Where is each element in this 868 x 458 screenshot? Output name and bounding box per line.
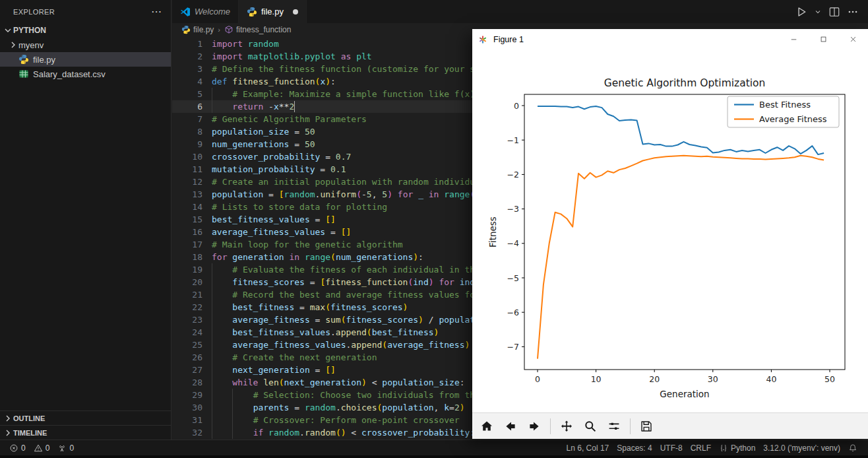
sidebar-item-myenv[interactable]: myenv <box>0 38 171 52</box>
svg-text:−5: −5 <box>507 273 519 283</box>
close-window-button[interactable] <box>838 29 868 49</box>
encoding-indicator[interactable]: UTF-8 <box>656 440 687 455</box>
sidebar-item-python-root[interactable]: PYTHON <box>0 23 171 38</box>
line-number: 24 <box>172 326 202 339</box>
interpreter-indicator-label: 3.12.0 ('myenv': venv) <box>763 443 840 453</box>
figure-canvas[interactable]: Genetic Algorithm Optimization0102030405… <box>472 49 868 412</box>
zoom-toolbar-button[interactable] <box>582 418 598 434</box>
tab-file-py[interactable]: file.py <box>239 0 307 23</box>
figure-window[interactable]: Figure 1 Genetic Algorithm Optimization0… <box>472 29 868 439</box>
line-content: crossover_probability = 0.7 <box>202 150 351 163</box>
chevron-down-icon[interactable] <box>814 6 822 18</box>
indent-guide <box>212 389 212 401</box>
line-col-indicator[interactable]: Ln 6, Col 17 <box>563 440 613 455</box>
vscode-logo-icon <box>180 7 191 17</box>
line-content: next_generation = [] <box>202 364 336 376</box>
svg-text:−7: −7 <box>507 342 519 352</box>
line-content: best_fitness_values = [] <box>202 213 336 226</box>
line-number: 13 <box>172 188 202 201</box>
sidebar-item-file-py[interactable]: file.py <box>0 52 171 67</box>
outline-section-header[interactable]: OUTLINE <box>0 410 171 425</box>
indentation-indicator[interactable]: Spaces: 4 <box>613 440 656 455</box>
configure-toolbar-button[interactable] <box>606 418 622 434</box>
indent-guide <box>212 339 212 351</box>
back-toolbar-button[interactable] <box>503 418 518 434</box>
radio-tower-count: 0 <box>69 443 74 453</box>
line-number: 14 <box>172 201 202 213</box>
line-content: for generation in range(num_generations)… <box>202 251 423 263</box>
file-tree: myenvfile.pySalary_dataset.csv <box>0 38 171 81</box>
indent-spacer <box>8 69 18 79</box>
indent-guide <box>212 276 212 288</box>
indent-guide <box>212 288 212 301</box>
maximize-window-button[interactable] <box>809 29 838 49</box>
line-content: average_fitness_values.append(average_fi… <box>202 339 470 351</box>
radio-tower-status-item[interactable]: 0 <box>53 440 78 455</box>
line-content: # Example: Maximize a simple function li… <box>202 88 511 100</box>
indent-guide <box>232 426 233 439</box>
workspace-root-label: PYTHON <box>13 26 46 35</box>
csv-icon <box>18 69 29 79</box>
line-number: 20 <box>172 276 202 288</box>
modified-indicator-dot[interactable] <box>293 9 298 15</box>
file-label: Salary_dataset.csv <box>33 69 106 79</box>
ellipsis-icon[interactable] <box>847 6 859 18</box>
line-content: while len(next_generation) < population_… <box>202 376 465 389</box>
error-icon <box>9 443 18 453</box>
pan-toolbar-button[interactable] <box>559 418 574 434</box>
python-icon <box>247 7 257 17</box>
indent-spacer <box>8 54 18 65</box>
figure-title-bar[interactable]: Figure 1 <box>472 29 868 49</box>
notifications-bell[interactable] <box>844 440 861 455</box>
line-content: # Create an initial population with rand… <box>202 176 491 188</box>
warning-icon <box>34 443 43 453</box>
line-chart: Genetic Algorithm Optimization0102030405… <box>472 49 868 412</box>
matplotlib-logo-icon <box>478 34 488 45</box>
timeline-section-header[interactable]: TIMELINE <box>0 425 171 440</box>
breadcrumb-label: file.py <box>193 25 214 34</box>
breadcrumb-item-fitness-function[interactable]: fitness_function <box>224 25 291 34</box>
tab-welcome[interactable]: Welcome <box>172 0 239 23</box>
sidebar-item-salary-dataset-csv[interactable]: Salary_dataset.csv <box>0 67 171 81</box>
line-number: 2 <box>172 50 202 63</box>
svg-text:30: 30 <box>708 374 718 384</box>
svg-text:0: 0 <box>535 374 540 384</box>
split-editor-icon[interactable] <box>828 6 840 18</box>
svg-text:Genetic Algorithm Optimization: Genetic Algorithm Optimization <box>604 77 766 89</box>
explorer-more-actions-icon[interactable]: ⋯ <box>150 5 163 18</box>
tab-bar: Welcomefile.py <box>172 0 868 23</box>
breadcrumb-separator: › <box>218 26 220 34</box>
line-number: 11 <box>172 163 202 176</box>
line-content: num_generations = 50 <box>202 138 315 150</box>
line-content: average_fitness_values = [] <box>202 226 351 238</box>
warning-status-item[interactable]: 0 <box>30 440 54 455</box>
error-status-item[interactable]: 0 <box>5 440 30 455</box>
breadcrumb-item-file-py[interactable]: file.py <box>181 25 214 34</box>
language-indicator-label: Python <box>731 443 755 453</box>
svg-text:Average Fitness: Average Fitness <box>759 114 827 124</box>
encoding-indicator-label: UTF-8 <box>660 443 683 453</box>
explorer-sidebar: EXPLORER ⋯ PYTHON myenvfile.pySalary_dat… <box>0 0 171 440</box>
minimize-window-button[interactable] <box>779 29 809 49</box>
eol-indicator[interactable]: CRLF <box>687 440 715 455</box>
run-python-file-button-icon[interactable] <box>795 6 807 18</box>
forward-toolbar-button[interactable] <box>526 418 542 434</box>
line-number: 26 <box>172 351 202 364</box>
error-count: 0 <box>21 443 26 453</box>
line-content: import matplotlib.pyplot as plt <box>202 50 372 63</box>
home-toolbar-button[interactable] <box>479 418 495 434</box>
svg-text:40: 40 <box>766 374 776 384</box>
line-number: 17 <box>172 238 202 251</box>
interpreter-indicator[interactable]: 3.12.0 ('myenv': venv) <box>759 440 844 455</box>
line-content: def fitness_function(x): <box>202 75 336 88</box>
tab-label: file.py <box>261 7 284 16</box>
save-toolbar-button[interactable] <box>638 418 654 434</box>
indent-guide <box>212 364 212 376</box>
tab-label: Welcome <box>195 7 230 16</box>
explorer-header: EXPLORER ⋯ <box>0 0 171 23</box>
tabs: Welcomefile.py <box>172 0 307 23</box>
line-content: import random <box>202 38 279 50</box>
language-indicator[interactable]: Python <box>715 440 759 455</box>
line-number: 21 <box>172 288 202 301</box>
python-icon <box>181 25 191 34</box>
